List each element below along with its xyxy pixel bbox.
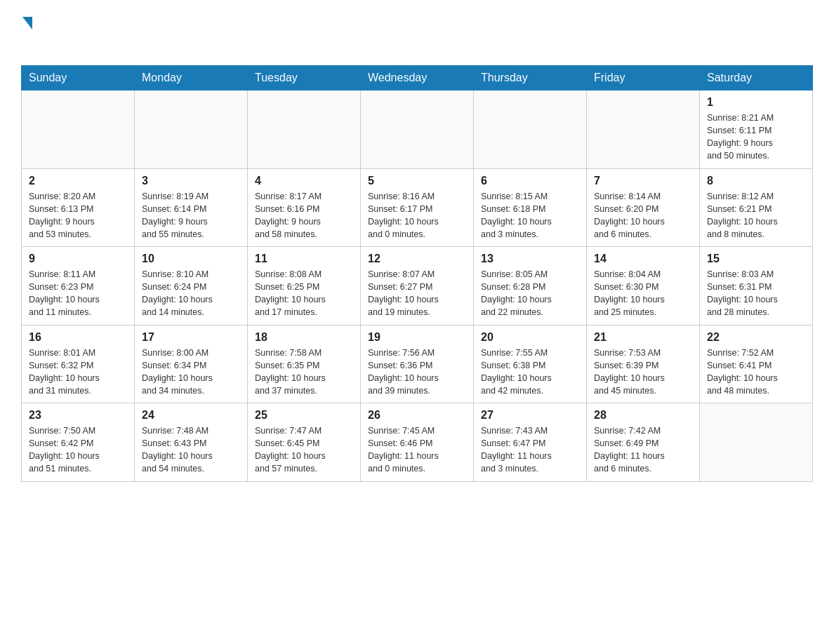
calendar-day-cell: 1Sunrise: 8:21 AM Sunset: 6:11 PM Daylig… <box>700 90 813 169</box>
calendar-week-row: 16Sunrise: 8:01 AM Sunset: 6:32 PM Dayli… <box>22 325 813 403</box>
day-number: 12 <box>368 253 466 265</box>
page-header <box>21 14 813 51</box>
day-info: Sunrise: 7:45 AM Sunset: 6:46 PM Dayligh… <box>368 424 466 476</box>
calendar-day-cell: 7Sunrise: 8:14 AM Sunset: 6:20 PM Daylig… <box>587 168 700 247</box>
calendar-day-cell <box>248 90 361 169</box>
day-info: Sunrise: 8:17 AM Sunset: 6:16 PM Dayligh… <box>255 190 353 241</box>
calendar-day-cell: 22Sunrise: 7:52 AM Sunset: 6:41 PM Dayli… <box>700 325 813 403</box>
day-of-week-header: Tuesday <box>248 66 361 90</box>
day-info: Sunrise: 8:12 AM Sunset: 6:21 PM Dayligh… <box>707 190 805 241</box>
day-of-week-header: Wednesday <box>361 66 474 90</box>
day-of-week-header: Thursday <box>474 66 587 90</box>
day-info: Sunrise: 7:56 AM Sunset: 6:36 PM Dayligh… <box>368 347 466 398</box>
calendar-day-cell: 24Sunrise: 7:48 AM Sunset: 6:43 PM Dayli… <box>135 403 248 482</box>
day-number: 2 <box>29 175 127 187</box>
day-number: 23 <box>29 409 127 422</box>
day-of-week-header: Saturday <box>700 66 813 90</box>
calendar-week-row: 23Sunrise: 7:50 AM Sunset: 6:42 PM Dayli… <box>22 403 813 482</box>
calendar-day-cell <box>22 90 135 169</box>
day-info: Sunrise: 7:43 AM Sunset: 6:47 PM Dayligh… <box>481 424 579 476</box>
logo-arrow-icon <box>22 17 32 29</box>
day-info: Sunrise: 8:05 AM Sunset: 6:28 PM Dayligh… <box>481 268 579 319</box>
day-info: Sunrise: 7:58 AM Sunset: 6:35 PM Dayligh… <box>255 347 353 398</box>
calendar-day-cell: 21Sunrise: 7:53 AM Sunset: 6:39 PM Dayli… <box>587 325 700 403</box>
day-number: 6 <box>481 175 579 187</box>
day-of-week-header: Monday <box>135 66 248 90</box>
calendar-day-cell: 14Sunrise: 8:04 AM Sunset: 6:30 PM Dayli… <box>587 247 700 326</box>
day-info: Sunrise: 8:16 AM Sunset: 6:17 PM Dayligh… <box>368 190 466 241</box>
day-number: 1 <box>707 96 805 109</box>
day-info: Sunrise: 8:04 AM Sunset: 6:30 PM Dayligh… <box>594 268 692 319</box>
day-info: Sunrise: 7:42 AM Sunset: 6:49 PM Dayligh… <box>594 424 692 476</box>
day-info: Sunrise: 8:14 AM Sunset: 6:20 PM Dayligh… <box>594 190 692 241</box>
calendar-day-cell <box>361 90 474 169</box>
calendar-day-cell: 18Sunrise: 7:58 AM Sunset: 6:35 PM Dayli… <box>248 325 361 403</box>
day-info: Sunrise: 8:21 AM Sunset: 6:11 PM Dayligh… <box>707 112 805 163</box>
day-number: 25 <box>255 409 353 422</box>
day-number: 14 <box>594 253 692 265</box>
day-info: Sunrise: 8:08 AM Sunset: 6:25 PM Dayligh… <box>255 268 353 319</box>
calendar-day-cell: 19Sunrise: 7:56 AM Sunset: 6:36 PM Dayli… <box>361 325 474 403</box>
day-number: 22 <box>707 331 805 344</box>
calendar-day-cell: 26Sunrise: 7:45 AM Sunset: 6:46 PM Dayli… <box>361 403 474 482</box>
calendar-day-cell: 6Sunrise: 8:15 AM Sunset: 6:18 PM Daylig… <box>474 168 587 247</box>
calendar-day-cell <box>700 403 813 482</box>
day-number: 18 <box>255 331 353 344</box>
day-info: Sunrise: 8:20 AM Sunset: 6:13 PM Dayligh… <box>29 190 127 241</box>
day-number: 27 <box>481 409 579 422</box>
day-number: 24 <box>142 409 240 422</box>
day-number: 16 <box>29 331 127 344</box>
calendar-day-cell <box>474 90 587 169</box>
day-number: 4 <box>255 175 353 187</box>
calendar-day-cell: 4Sunrise: 8:17 AM Sunset: 6:16 PM Daylig… <box>248 168 361 247</box>
calendar-day-cell: 27Sunrise: 7:43 AM Sunset: 6:47 PM Dayli… <box>474 403 587 482</box>
calendar-day-cell: 23Sunrise: 7:50 AM Sunset: 6:42 PM Dayli… <box>22 403 135 482</box>
calendar-week-row: 2Sunrise: 8:20 AM Sunset: 6:13 PM Daylig… <box>22 168 813 247</box>
calendar-day-cell: 16Sunrise: 8:01 AM Sunset: 6:32 PM Dayli… <box>22 325 135 403</box>
day-number: 17 <box>142 331 240 344</box>
calendar-day-cell: 8Sunrise: 8:12 AM Sunset: 6:21 PM Daylig… <box>700 168 813 247</box>
calendar-day-cell: 17Sunrise: 8:00 AM Sunset: 6:34 PM Dayli… <box>135 325 248 403</box>
calendar-day-cell: 9Sunrise: 8:11 AM Sunset: 6:23 PM Daylig… <box>22 247 135 326</box>
day-number: 9 <box>29 253 127 265</box>
day-number: 15 <box>707 253 805 265</box>
calendar-day-cell: 13Sunrise: 8:05 AM Sunset: 6:28 PM Dayli… <box>474 247 587 326</box>
day-info: Sunrise: 7:53 AM Sunset: 6:39 PM Dayligh… <box>594 347 692 398</box>
day-info: Sunrise: 8:03 AM Sunset: 6:31 PM Dayligh… <box>707 268 805 319</box>
day-of-week-header: Sunday <box>22 66 135 90</box>
calendar-day-cell: 5Sunrise: 8:16 AM Sunset: 6:17 PM Daylig… <box>361 168 474 247</box>
day-info: Sunrise: 8:19 AM Sunset: 6:14 PM Dayligh… <box>142 190 240 241</box>
day-info: Sunrise: 8:10 AM Sunset: 6:24 PM Dayligh… <box>142 268 240 319</box>
logo <box>21 14 32 51</box>
day-info: Sunrise: 8:07 AM Sunset: 6:27 PM Dayligh… <box>368 268 466 319</box>
day-info: Sunrise: 8:01 AM Sunset: 6:32 PM Dayligh… <box>29 347 127 398</box>
day-info: Sunrise: 7:48 AM Sunset: 6:43 PM Dayligh… <box>142 424 240 476</box>
calendar-day-cell: 2Sunrise: 8:20 AM Sunset: 6:13 PM Daylig… <box>22 168 135 247</box>
calendar-day-cell: 12Sunrise: 8:07 AM Sunset: 6:27 PM Dayli… <box>361 247 474 326</box>
day-info: Sunrise: 7:47 AM Sunset: 6:45 PM Dayligh… <box>255 424 353 476</box>
day-number: 19 <box>368 331 466 344</box>
day-number: 5 <box>368 175 466 187</box>
day-info: Sunrise: 8:15 AM Sunset: 6:18 PM Dayligh… <box>481 190 579 241</box>
day-of-week-header: Friday <box>587 66 700 90</box>
calendar-day-cell: 25Sunrise: 7:47 AM Sunset: 6:45 PM Dayli… <box>248 403 361 482</box>
calendar-header-row: SundayMondayTuesdayWednesdayThursdayFrid… <box>22 66 813 90</box>
calendar-day-cell <box>135 90 248 169</box>
day-info: Sunrise: 7:50 AM Sunset: 6:42 PM Dayligh… <box>29 424 127 476</box>
calendar-day-cell: 11Sunrise: 8:08 AM Sunset: 6:25 PM Dayli… <box>248 247 361 326</box>
calendar-table: SundayMondayTuesdayWednesdayThursdayFrid… <box>21 65 813 482</box>
calendar-day-cell: 20Sunrise: 7:55 AM Sunset: 6:38 PM Dayli… <box>474 325 587 403</box>
calendar-day-cell <box>587 90 700 169</box>
day-number: 20 <box>481 331 579 344</box>
day-number: 11 <box>255 253 353 265</box>
calendar-week-row: 9Sunrise: 8:11 AM Sunset: 6:23 PM Daylig… <box>22 247 813 326</box>
day-number: 28 <box>594 409 692 422</box>
day-info: Sunrise: 7:52 AM Sunset: 6:41 PM Dayligh… <box>707 347 805 398</box>
day-number: 7 <box>594 175 692 187</box>
calendar-day-cell: 28Sunrise: 7:42 AM Sunset: 6:49 PM Dayli… <box>587 403 700 482</box>
day-number: 8 <box>707 175 805 187</box>
day-info: Sunrise: 7:55 AM Sunset: 6:38 PM Dayligh… <box>481 347 579 398</box>
day-info: Sunrise: 8:11 AM Sunset: 6:23 PM Dayligh… <box>29 268 127 319</box>
calendar-day-cell: 15Sunrise: 8:03 AM Sunset: 6:31 PM Dayli… <box>700 247 813 326</box>
day-number: 26 <box>368 409 466 422</box>
